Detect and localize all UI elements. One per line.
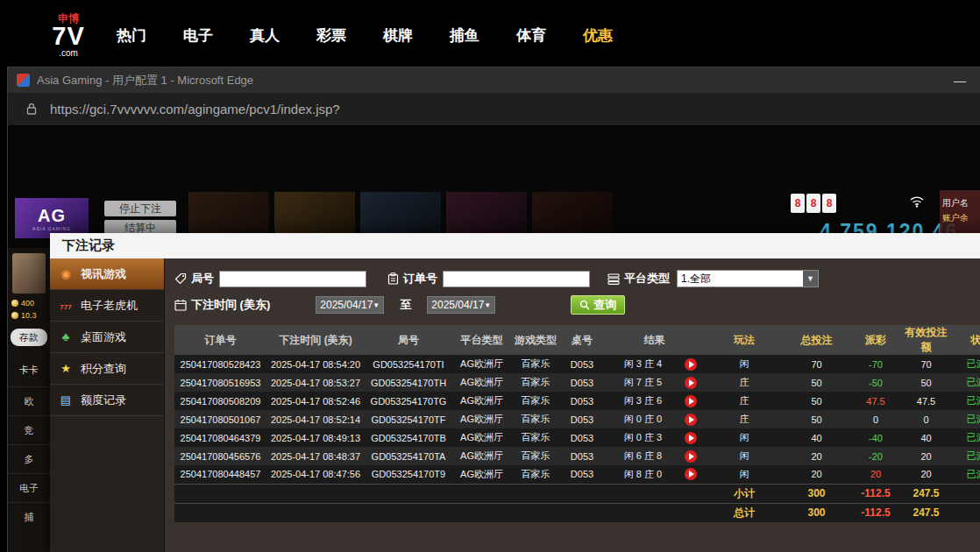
dropdown-arrow-icon: ▼ <box>484 301 491 309</box>
sidebar-items: 存款 卡卡 欧 竞 多 电子 捕 <box>8 329 50 531</box>
order-no-input[interactable] <box>443 271 590 287</box>
browser-content: AG ASIA GAMING 停止下注 结算中 8 8 8 <box>8 127 980 552</box>
cell-order-no: 250417080501067 <box>174 410 266 428</box>
column-header: 玩法 <box>705 325 784 355</box>
total-total-bet: 300 <box>784 503 849 522</box>
sidebar-item[interactable]: 卡卡 <box>8 358 50 381</box>
calendar-icon <box>174 299 187 311</box>
play-video-button[interactable] <box>685 414 697 426</box>
main-nav: 热门 电子 真人 彩票 棋牌 捕鱼 体育 优惠 <box>117 25 613 46</box>
play-video-button[interactable] <box>685 468 697 480</box>
cell-status: 已派彩 <box>950 373 980 392</box>
sidebar-item[interactable]: 电子 <box>8 473 50 502</box>
table-body: 250417080528423 2025-04-17 08:54:20 GD05… <box>174 355 980 484</box>
column-header: 平台类型 <box>452 325 511 355</box>
cell-order-no: 250417080448457 <box>174 465 266 484</box>
cell-play-type: 庄 <box>705 410 784 428</box>
sidebar-item[interactable]: 欧 <box>8 386 50 415</box>
cell-platform: AG欧洲厅 <box>452 465 511 484</box>
sidebar-item-label: 存款 <box>19 331 39 344</box>
cell-valid-bet: 20 <box>902 447 950 465</box>
nav-item[interactable]: 真人 <box>250 25 280 46</box>
menu-item-label: 电子老虎机 <box>81 298 138 314</box>
sidebar-item[interactable]: 多 <box>8 444 50 473</box>
lobby-sidebar: 400 10.3 存款 卡卡 欧 竞 多 电子 捕 <box>8 248 50 552</box>
cell-table-no: D053 <box>560 392 604 410</box>
nav-item[interactable]: 捕鱼 <box>450 25 479 46</box>
modal-menu-item[interactable]: 视讯游戏 <box>50 258 164 290</box>
result-text: 闲 6 庄 8 <box>624 450 662 461</box>
nav-item[interactable]: 体育 <box>516 25 546 46</box>
nav-item[interactable]: 棋牌 <box>383 25 413 46</box>
select-arrow-icon[interactable]: ▼ <box>803 271 818 287</box>
playing-card: 8 <box>822 194 836 213</box>
playing-card: 8 <box>791 194 805 213</box>
cell-platform: AG欧洲厅 <box>452 428 511 447</box>
cell-round-no: GD053254170TF <box>365 410 452 428</box>
cell-result: 闲 8 庄 0 <box>604 465 705 484</box>
play-video-button[interactable] <box>685 432 697 444</box>
platform-type-select[interactable]: 1.全部 ▼ <box>677 270 819 287</box>
sidebar-item[interactable]: 竞 <box>8 415 50 444</box>
nav-item[interactable]: 电子 <box>183 25 213 46</box>
column-header: 状态 <box>950 325 980 355</box>
stop-betting-button[interactable]: 停止下注 <box>104 201 176 216</box>
coin-icon <box>11 312 18 319</box>
minimize-button[interactable]: — <box>948 74 971 88</box>
menu-item-icon <box>57 267 75 280</box>
modal-menu-item[interactable]: 桌面游戏 <box>50 322 164 353</box>
nav-item[interactable]: 热门 <box>117 25 146 46</box>
table-row: 250417080456576 2025-04-17 08:48:37 GD05… <box>174 447 980 465</box>
play-video-button[interactable] <box>685 395 697 407</box>
menu-item-icon <box>57 393 75 407</box>
search-button[interactable]: 查询 <box>571 295 625 315</box>
cell-play-type: 庄 <box>705 392 784 410</box>
date-from-picker[interactable]: 2025/04/17 ▼ <box>316 296 384 314</box>
cell-status: 已派彩 <box>950 447 980 465</box>
column-header: 派彩 <box>849 325 902 355</box>
total-valid-bet: 247.5 <box>902 503 950 522</box>
sidebar-item[interactable]: 存款 <box>11 329 47 346</box>
date-to-picker[interactable]: 2025/04/17 ▼ <box>427 296 495 314</box>
cell-platform: AG欧洲厅 <box>452 373 511 392</box>
url-text[interactable]: https://gci.7vvvvvv.com/agingame/pcv1/in… <box>50 102 340 117</box>
cell-valid-bet: 50 <box>902 373 950 392</box>
modal-menu-item[interactable]: 电子老虎机 <box>50 290 164 322</box>
sidebar-item[interactable]: 捕 <box>8 502 50 531</box>
round-no-input[interactable] <box>219 271 366 287</box>
table-row: 250417080528423 2025-04-17 08:54:20 GD05… <box>174 355 980 373</box>
cell-play-type: 庄 <box>705 373 784 392</box>
cell-total-bet: 50 <box>784 410 849 428</box>
result-text: 闲 3 庄 4 <box>624 358 662 369</box>
coin-balance: 10.3 <box>8 309 50 322</box>
lock-icon[interactable] <box>25 103 38 116</box>
cell-status: 已派彩 <box>950 355 980 373</box>
play-video-button[interactable] <box>685 377 697 389</box>
cell-bet-time: 2025-04-17 08:47:56 <box>266 465 365 484</box>
order-no-label-group: 订单号 <box>387 271 437 287</box>
nav-item[interactable]: 彩票 <box>316 25 346 46</box>
sidebar-item-label: 竞 <box>25 424 34 437</box>
subtotal-label: 小计 <box>705 484 784 503</box>
play-video-button[interactable] <box>685 450 697 463</box>
cell-round-no: GD053254170TH <box>365 373 452 392</box>
nav-item[interactable]: 优惠 <box>583 25 613 46</box>
modal-menu-item[interactable]: 积分查询 <box>50 353 164 385</box>
filter-row-1: 局号 订单号 平台类型 <box>174 267 980 290</box>
play-video-button[interactable] <box>685 358 697 371</box>
cell-total-bet: 70 <box>784 355 849 373</box>
address-bar[interactable]: https://gci.7vvvvvv.com/agingame/pcv1/in… <box>8 93 980 126</box>
bet-time-label-group: 下注时间 (美东) <box>174 297 270 313</box>
avatar[interactable] <box>12 253 46 294</box>
modal-menu-item[interactable]: 额度记录 <box>50 385 164 416</box>
filter-row-2: 下注时间 (美东) 2025/04/17 ▼ 至 2025/04/17 ▼ <box>174 294 980 316</box>
cell-platform: AG欧洲厅 <box>452 355 511 373</box>
cell-valid-bet: 40 <box>902 428 950 447</box>
wifi-icon <box>909 195 925 211</box>
cell-total-bet: 20 <box>784 465 849 484</box>
result-text: 闲 8 庄 0 <box>624 469 662 479</box>
column-header: 局号 <box>365 325 452 355</box>
total-label: 总计 <box>705 503 784 522</box>
table-row: 250417080448457 2025-04-17 08:47:56 GD05… <box>174 465 980 484</box>
cell-result: 闲 7 庄 5 <box>604 373 705 392</box>
